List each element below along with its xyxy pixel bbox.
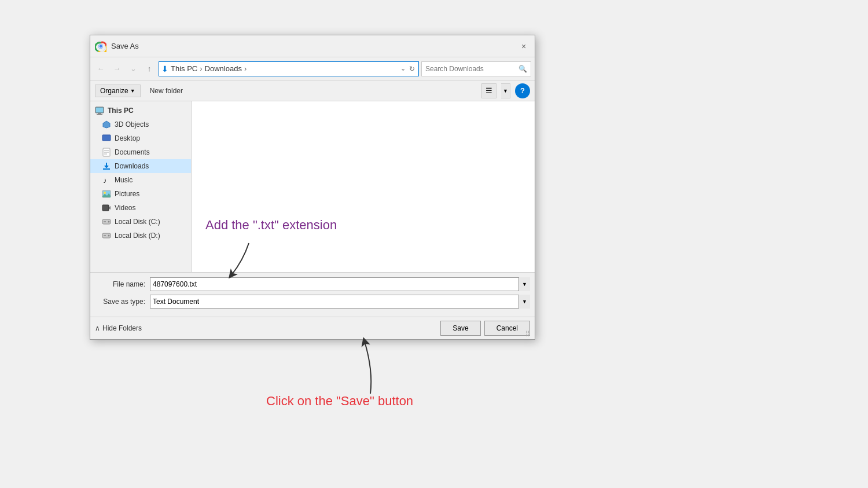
view-dropdown-button[interactable]: ▼ <box>501 83 510 98</box>
save-as-dialog: Save As × ← → ⌄ ↑ ⬇ This PC › Downloads … <box>90 35 535 340</box>
arrow-red <box>341 336 399 399</box>
recent-button[interactable]: ⌄ <box>126 62 140 76</box>
hide-folders-label: Hide Folders <box>102 324 142 332</box>
music-icon: ♪ <box>102 175 111 185</box>
main-area: This PC 3D Objects Desktop <box>90 101 535 272</box>
sidebar-item-desktop[interactable]: Desktop <box>90 131 191 145</box>
sidebar-label-diskd: Local Disk (D:) <box>115 232 160 240</box>
save-button[interactable]: Save <box>440 321 480 336</box>
action-bar: ∧ Hide Folders Save Cancel ⣿ <box>90 317 535 339</box>
sidebar-label-thispc: This PC <box>108 107 134 115</box>
documents-icon <box>102 148 111 157</box>
pictures-icon <box>102 189 111 199</box>
address-bar[interactable]: ⬇ This PC › Downloads › ⌄ ↻ <box>159 61 419 76</box>
breadcrumb-downloads[interactable]: Downloads <box>205 64 242 73</box>
savetype-select[interactable]: Text Document <box>150 295 530 309</box>
search-icon: 🔍 <box>518 65 527 73</box>
downloads-icon <box>102 162 111 171</box>
organize-button[interactable]: Organize ▼ <box>95 85 141 97</box>
svg-marker-7 <box>103 121 110 128</box>
sidebar-item-diskc[interactable]: Local Disk (C:) <box>90 215 191 229</box>
svg-rect-13 <box>103 168 110 170</box>
svg-rect-6 <box>97 114 102 115</box>
3dobjects-icon <box>102 120 111 129</box>
sidebar-label-documents: Documents <box>115 148 150 156</box>
sidebar-item-pictures[interactable]: Pictures <box>90 187 191 201</box>
bottom-panel: File name: ▼ Save as type: Text Document… <box>90 272 535 317</box>
sidebar-item-documents[interactable]: Documents <box>90 145 191 159</box>
sidebar-label-videos: Videos <box>115 204 135 212</box>
filename-input[interactable] <box>150 277 530 291</box>
svg-rect-20 <box>104 221 106 222</box>
savetype-label: Save as type: <box>95 298 150 306</box>
sidebar-label-diskc: Local Disk (C:) <box>115 218 160 226</box>
filename-label: File name: <box>95 280 150 288</box>
sidebar-label-desktop: Desktop <box>115 134 140 142</box>
nav-bar: ← → ⌄ ↑ ⬇ This PC › Downloads › ⌄ ↻ 🔍 <box>90 57 535 80</box>
svg-rect-17 <box>102 205 109 211</box>
sidebar: This PC 3D Objects Desktop <box>90 101 192 272</box>
close-button[interactable]: × <box>517 40 530 53</box>
new-folder-button[interactable]: New folder <box>145 85 187 97</box>
title-bar: Save As × <box>90 35 535 57</box>
svg-point-24 <box>108 235 110 237</box>
filename-dropdown[interactable]: ▼ <box>518 277 530 291</box>
filename-row: File name: ▼ <box>95 277 530 291</box>
address-dropdown[interactable]: ⌄ <box>400 65 406 72</box>
search-input[interactable] <box>425 65 516 73</box>
sidebar-label-3dobjects: 3D Objects <box>115 120 149 129</box>
help-button[interactable]: ? <box>515 83 530 98</box>
resize-grip[interactable]: ⣿ <box>525 330 534 338</box>
svg-point-21 <box>108 221 110 223</box>
hide-folders-button[interactable]: ∧ Hide Folders <box>95 324 142 332</box>
sidebar-label-downloads: Downloads <box>115 162 149 170</box>
toolbar: Organize ▼ New folder ☰ ▼ ? <box>90 80 535 101</box>
sidebar-item-videos[interactable]: Videos <box>90 201 191 215</box>
sidebar-item-3dobjects[interactable]: 3D Objects <box>90 118 191 131</box>
forward-button[interactable]: → <box>110 62 124 76</box>
diskd-icon <box>102 231 111 240</box>
sidebar-item-diskd[interactable]: Local Disk (D:) <box>90 229 191 243</box>
desktop-icon <box>102 134 111 143</box>
svg-text:♪: ♪ <box>103 176 107 185</box>
cancel-button[interactable]: Cancel <box>484 321 530 336</box>
svg-rect-23 <box>104 235 106 236</box>
back-button[interactable]: ← <box>94 62 108 76</box>
svg-point-16 <box>104 192 106 194</box>
breadcrumb-thispc[interactable]: This PC <box>171 64 197 73</box>
dialog-title: Save As <box>111 42 139 50</box>
refresh-button[interactable]: ↻ <box>408 65 416 73</box>
svg-rect-4 <box>95 107 104 113</box>
arrow-purple <box>214 237 260 284</box>
sidebar-item-thispc[interactable]: This PC <box>90 104 191 118</box>
up-button[interactable]: ↑ <box>142 62 156 76</box>
hide-folders-chevron: ∧ <box>95 324 100 332</box>
sidebar-label-pictures: Pictures <box>115 190 139 198</box>
savetype-row: Save as type: Text Document ▼ <box>95 295 530 309</box>
view-button[interactable]: ☰ <box>481 83 496 98</box>
diskc-icon <box>102 217 111 226</box>
svg-rect-8 <box>102 135 111 141</box>
sidebar-item-music[interactable]: ♪ Music <box>90 173 191 187</box>
download-folder-icon: ⬇ <box>161 64 168 74</box>
videos-icon <box>102 203 111 212</box>
view-icon: ☰ <box>486 86 492 95</box>
sidebar-label-music: Music <box>115 176 133 184</box>
organize-dropdown-icon: ▼ <box>130 88 135 94</box>
chrome-icon <box>95 41 106 52</box>
svg-point-3 <box>100 45 102 47</box>
pc-icon <box>95 106 104 115</box>
sidebar-item-downloads[interactable]: Downloads <box>90 159 191 173</box>
annotation-purple-text: Add the ".txt" extension <box>205 218 337 233</box>
svg-rect-5 <box>98 113 101 114</box>
search-box[interactable]: 🔍 <box>421 61 531 76</box>
